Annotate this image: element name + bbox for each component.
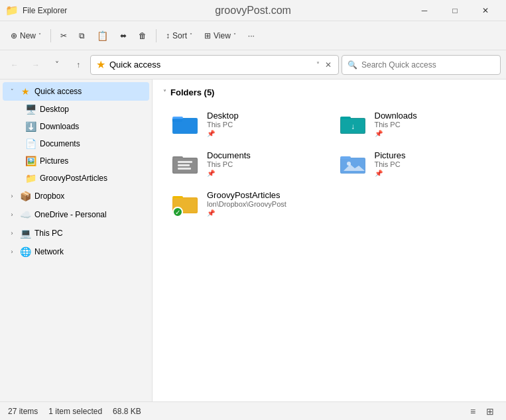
sidebar: ˅ ★ Quick access 🖥️ Desktop 📌 ⬇️ Downloa… bbox=[0, 79, 153, 401]
more-button[interactable]: ··· bbox=[243, 25, 260, 46]
new-label: New bbox=[20, 31, 36, 40]
grid-view-icon: ⊞ bbox=[486, 406, 494, 417]
groovypost-icon: 📁 bbox=[24, 173, 37, 184]
downloads-folder-info: Downloads This PC 📌 bbox=[375, 111, 488, 137]
sidebar-item-groovypost[interactable]: 📁 GroovyPostArticles 📌 bbox=[11, 170, 149, 187]
sidebar-item-thispc[interactable]: › 💻 This PC bbox=[3, 224, 149, 242]
up-button[interactable]: ↑ bbox=[69, 56, 88, 74]
sidebar-item-desktop[interactable]: 🖥️ Desktop 📌 bbox=[11, 101, 149, 118]
copy-button[interactable]: ⧉ bbox=[74, 25, 90, 46]
move-button[interactable]: ⬌ bbox=[115, 25, 132, 46]
documents-folder-path: This PC bbox=[207, 160, 320, 168]
sidebar-item-quick-access[interactable]: ˅ ★ Quick access bbox=[3, 82, 149, 101]
thispc-icon: 💻 bbox=[19, 228, 32, 238]
folder-item-documents[interactable]: Documents This PC 📌 bbox=[163, 145, 328, 182]
documents-folder-info: Documents This PC 📌 bbox=[207, 150, 320, 177]
new-button[interactable]: ⊕ New ˅ bbox=[5, 25, 46, 46]
folders-section-header[interactable]: ˅ Folders (5) bbox=[163, 87, 495, 97]
network-chevron: › bbox=[8, 248, 16, 255]
downloads-folder-name: Downloads bbox=[375, 111, 488, 121]
sort-button[interactable]: ↕ Sort ˅ bbox=[160, 25, 198, 46]
forward-button[interactable]: → bbox=[27, 56, 45, 74]
sidebar-item-pictures[interactable]: 🖼️ Pictures 📌 bbox=[11, 152, 149, 170]
view-button[interactable]: ⊞ View ˅ bbox=[199, 25, 241, 46]
folders-section-title: Folders (5) bbox=[170, 87, 214, 97]
status-bar: 27 items 1 item selected 68.8 KB ≡ ⊞ bbox=[0, 401, 506, 420]
minimize-button[interactable]: ─ bbox=[409, 0, 440, 21]
sidebar-item-dropbox[interactable]: › 📦 Dropbox bbox=[3, 187, 149, 205]
dropbox-icon: 📦 bbox=[19, 191, 32, 201]
documents-folder-svg bbox=[172, 152, 199, 175]
selected-count: 1 item selected bbox=[48, 407, 102, 416]
folder-item-downloads[interactable]: ↓ Downloads This PC 📌 bbox=[331, 105, 496, 142]
svg-text:↓: ↓ bbox=[351, 122, 355, 131]
paste-icon: 📋 bbox=[97, 30, 108, 41]
sidebar-item-downloads[interactable]: ⬇️ Downloads 📌 bbox=[11, 118, 149, 135]
content-area: ˅ Folders (5) Desktop This PC bbox=[153, 79, 506, 401]
address-box[interactable]: ★ Quick access ˅ ✕ bbox=[90, 55, 339, 75]
folder-item-pictures[interactable]: Pictures This PC 📌 bbox=[331, 145, 496, 182]
onedrive-chevron: › bbox=[8, 211, 16, 218]
cut-button[interactable]: ✂ bbox=[55, 25, 72, 46]
groovypost-folder-name: GroovyPostArticles bbox=[207, 190, 320, 200]
separator-1 bbox=[50, 29, 51, 42]
desktop-folder-info: Desktop This PC 📌 bbox=[207, 111, 320, 137]
paste-button[interactable]: 📋 bbox=[92, 25, 113, 46]
folder-item-groovypost[interactable]: ✓ GroovyPostArticles lon\Dropbox\GroovyP… bbox=[163, 185, 328, 222]
desktop-folder-pin: 📌 bbox=[207, 130, 320, 137]
quick-access-group: 🖥️ Desktop 📌 ⬇️ Downloads 📌 📄 Documents … bbox=[8, 101, 152, 187]
sidebar-item-documents[interactable]: 📄 Documents 📌 bbox=[11, 135, 149, 152]
svg-rect-12 bbox=[178, 161, 192, 163]
pictures-folder-name: Pictures bbox=[375, 150, 488, 160]
list-view-button[interactable]: ≡ bbox=[465, 404, 481, 419]
more-icon: ··· bbox=[248, 31, 255, 40]
close-button[interactable]: ✕ bbox=[470, 0, 501, 21]
svg-rect-4 bbox=[173, 119, 197, 133]
pictures-icon: 🖼️ bbox=[24, 156, 37, 166]
svg-rect-13 bbox=[178, 164, 190, 166]
documents-folder-pin: 📌 bbox=[207, 170, 320, 177]
maximize-button[interactable]: □ bbox=[440, 0, 470, 21]
address-close-icon[interactable]: ✕ bbox=[324, 59, 333, 71]
downloads-label: Downloads bbox=[40, 122, 133, 131]
sidebar-item-onedrive[interactable]: › ☁️ OneDrive - Personal bbox=[3, 205, 149, 224]
folders-grid: Desktop This PC 📌 ↓ Downloads bbox=[163, 105, 495, 222]
address-caret-icon: ˅ bbox=[316, 61, 320, 68]
quick-access-chevron: ˅ bbox=[8, 88, 16, 95]
folder-item-desktop[interactable]: Desktop This PC 📌 bbox=[163, 105, 328, 142]
documents-icon: 📄 bbox=[24, 138, 37, 149]
address-text: Quick access bbox=[109, 60, 312, 70]
quick-access-label: Quick access bbox=[34, 87, 144, 96]
search-box[interactable]: 🔍 bbox=[342, 55, 501, 75]
pictures-folder-pin: 📌 bbox=[375, 170, 488, 177]
view-label: View bbox=[214, 31, 231, 40]
copy-icon: ⧉ bbox=[79, 31, 85, 40]
network-label: Network bbox=[34, 247, 144, 256]
title-bar: 📁 File Explorer groovyPost.com ─ □ ✕ bbox=[0, 0, 506, 21]
onedrive-icon: ☁️ bbox=[19, 209, 32, 220]
sidebar-item-network[interactable]: › 🌐 Network bbox=[3, 242, 149, 261]
desktop-icon: 🖥️ bbox=[24, 104, 37, 115]
pictures-folder-path: This PC bbox=[375, 160, 488, 168]
documents-folder-icon-wrap bbox=[171, 151, 200, 176]
downloads-folder-icon-wrap: ↓ bbox=[339, 111, 368, 136]
folders-chevron-icon: ˅ bbox=[163, 89, 166, 96]
new-icon: ⊕ bbox=[11, 31, 17, 40]
thispc-chevron: › bbox=[8, 230, 16, 236]
back-button[interactable]: ← bbox=[5, 56, 24, 74]
address-bar-row: ← → ˅ ↑ ★ Quick access ˅ ✕ 🔍 bbox=[0, 50, 506, 79]
downloads-folder-pin: 📌 bbox=[375, 130, 488, 137]
search-input[interactable] bbox=[361, 60, 495, 70]
address-star-icon: ★ bbox=[96, 58, 105, 71]
dropbox-label: Dropbox bbox=[34, 191, 144, 201]
delete-button[interactable]: 🗑 bbox=[133, 25, 152, 46]
downloads-folder-path: This PC bbox=[375, 121, 488, 129]
down-arrow-button[interactable]: ˅ bbox=[48, 56, 66, 74]
item-count: 27 items bbox=[8, 407, 38, 416]
pictures-label: Pictures bbox=[40, 156, 133, 166]
documents-label: Documents bbox=[40, 139, 133, 148]
file-size: 68.8 KB bbox=[113, 407, 141, 416]
grid-view-button[interactable]: ⊞ bbox=[482, 404, 498, 419]
sort-arrow: ˅ bbox=[190, 32, 192, 38]
sort-label: Sort bbox=[172, 31, 187, 40]
